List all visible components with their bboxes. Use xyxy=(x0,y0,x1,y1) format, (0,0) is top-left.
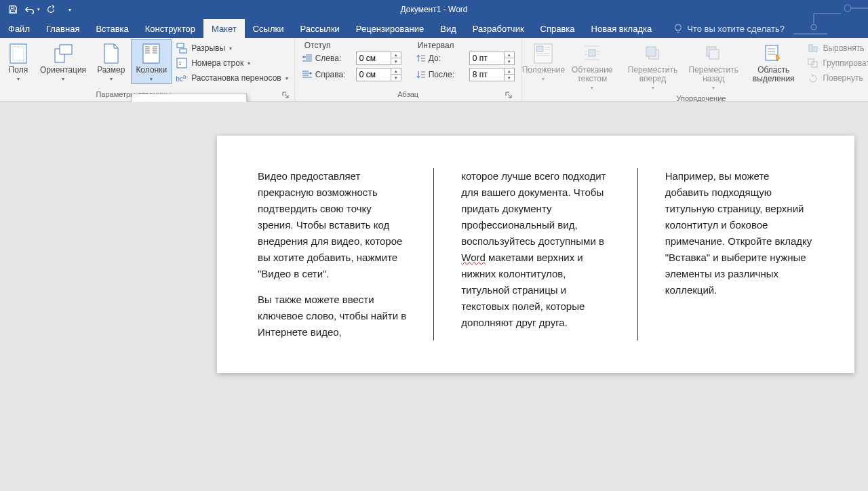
spacing-before-input[interactable]: ▴▾ xyxy=(469,52,515,65)
rotate-icon xyxy=(808,73,818,83)
group-paragraph: Отступ Слева: ▴▾ Справа: ▴▾ Интервал До: xyxy=(295,38,522,101)
spacing-after-icon xyxy=(415,69,426,80)
chevron-down-icon: ▾ xyxy=(17,76,20,82)
hyphenation-button[interactable]: bca-Расстановка переносов▾ xyxy=(173,71,292,85)
svg-rect-56 xyxy=(809,45,812,52)
tab-review[interactable]: Рецензирование xyxy=(348,19,432,38)
chevron-down-icon: ▾ xyxy=(150,76,153,82)
spacing-after-input[interactable]: ▴▾ xyxy=(469,68,515,81)
quick-access-toolbar: ▾ ▾ xyxy=(0,1,83,18)
spacing-header: Интервал xyxy=(415,39,515,50)
columns-option-one[interactable]: Один xyxy=(134,96,245,102)
page-setup-launcher[interactable] xyxy=(281,90,290,100)
svg-point-2 xyxy=(844,5,851,12)
columns-dropdown-menu: Один Два Три Слева Справа Другие колонки… xyxy=(132,94,247,102)
rotate-button[interactable]: Повернуть xyxy=(804,71,868,85)
svg-rect-41 xyxy=(589,50,595,56)
indent-right-icon xyxy=(302,69,313,80)
svg-rect-1 xyxy=(11,10,16,13)
svg-text:1: 1 xyxy=(178,60,182,66)
group-objects-button[interactable]: Группировать xyxy=(804,56,868,71)
tab-layout[interactable]: Макет xyxy=(203,19,245,38)
tab-mailings[interactable]: Рассылки xyxy=(292,19,347,38)
position-icon xyxy=(532,43,554,64)
line-numbers-button[interactable]: 1Номера строк▾ xyxy=(173,56,292,71)
document-title: Документ1 - Word xyxy=(400,5,467,14)
svg-rect-18 xyxy=(180,49,186,53)
indent-header: Отступ xyxy=(302,39,401,50)
wrap-text-button[interactable]: Обтекание текстом▾ xyxy=(564,39,620,93)
columns-icon xyxy=(140,43,162,64)
indent-left-input[interactable]: ▴▾ xyxy=(356,52,401,65)
tab-file[interactable]: Файл xyxy=(0,19,38,38)
breaks-button[interactable]: Разрывы▾ xyxy=(173,41,292,56)
svg-rect-51 xyxy=(709,50,719,59)
group-arrange: Положение▾ Обтекание текстом▾ Переместит… xyxy=(522,38,868,101)
indent-right-input[interactable]: ▴▾ xyxy=(356,68,401,81)
size-icon xyxy=(100,43,122,64)
wrap-icon xyxy=(581,43,603,64)
tab-developer[interactable]: Разработчик xyxy=(465,19,532,38)
tab-insert[interactable]: Вставка xyxy=(87,19,136,38)
selection-pane-button[interactable]: Область выделения xyxy=(744,39,803,85)
tab-help[interactable]: Справка xyxy=(532,19,583,38)
position-button[interactable]: Положение▾ xyxy=(525,39,562,84)
orientation-icon xyxy=(52,43,74,64)
selection-icon xyxy=(763,43,785,64)
svg-rect-7 xyxy=(60,45,72,54)
align-button[interactable]: Выровнять xyxy=(804,41,868,56)
redo-button[interactable] xyxy=(42,1,60,18)
svg-rect-17 xyxy=(177,43,184,47)
lightbulb-icon xyxy=(673,24,683,33)
chevron-down-icon: ▾ xyxy=(62,76,64,82)
backward-icon xyxy=(703,43,724,64)
tab-home[interactable]: Главная xyxy=(38,19,87,38)
svg-rect-52 xyxy=(766,45,778,60)
svg-rect-57 xyxy=(814,47,817,52)
bring-forward-button[interactable]: Переместить вперед▾ xyxy=(622,39,683,93)
svg-rect-36 xyxy=(536,46,543,52)
tab-view[interactable]: Вид xyxy=(432,19,465,38)
group-label-arrange: Упорядочение xyxy=(676,94,726,102)
ribbon-tabs: Файл Главная Вставка Конструктор Макет С… xyxy=(0,19,868,38)
tab-new[interactable]: Новая вкладка xyxy=(583,19,660,38)
ribbon: Поля ▾ Ориентация ▾ Размер ▾ Колонки ▾ Р… xyxy=(0,38,868,102)
hyphenation-icon: bca- xyxy=(176,73,187,83)
tell-me-search[interactable]: Что вы хотите сделать? xyxy=(673,19,785,38)
orientation-button[interactable]: Ориентация ▾ xyxy=(35,39,91,84)
line-numbers-icon: 1 xyxy=(176,58,187,68)
forward-icon xyxy=(642,43,664,64)
spacing-before-icon xyxy=(415,53,426,64)
margins-button[interactable]: Поля ▾ xyxy=(3,39,34,84)
tab-design[interactable]: Конструктор xyxy=(137,19,203,38)
group-icon xyxy=(808,58,818,68)
chevron-down-icon: ▾ xyxy=(110,76,113,82)
align-icon xyxy=(808,43,818,54)
paragraph-launcher[interactable] xyxy=(504,90,513,100)
group-page-setup: Поля ▾ Ориентация ▾ Размер ▾ Колонки ▾ Р… xyxy=(0,38,295,101)
tab-references[interactable]: Ссылки xyxy=(245,19,292,38)
qat-customize-button[interactable]: ▾ xyxy=(61,1,79,18)
undo-button[interactable]: ▾ xyxy=(23,1,41,18)
save-button[interactable] xyxy=(4,1,22,18)
size-button[interactable]: Размер ▾ xyxy=(92,39,130,84)
columns-button[interactable]: Колонки ▾ xyxy=(131,39,172,84)
group-label-paragraph: Абзац xyxy=(397,90,418,98)
svg-rect-49 xyxy=(646,47,656,56)
indent-left-icon xyxy=(302,53,313,64)
title-bar: ▾ ▾ Документ1 - Word xyxy=(0,0,868,19)
send-backward-button[interactable]: Переместить назад▾ xyxy=(685,39,743,93)
breaks-icon xyxy=(176,43,187,54)
margins-icon xyxy=(7,43,29,64)
